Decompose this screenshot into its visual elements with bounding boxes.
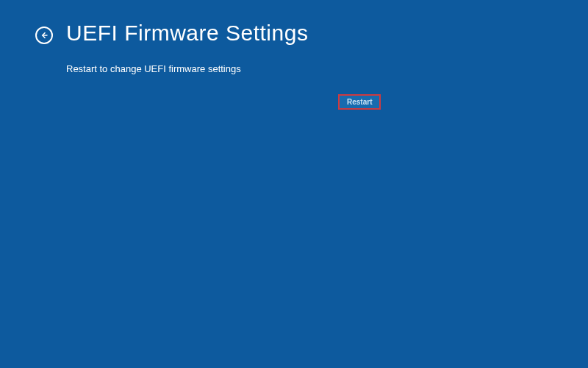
instruction-text: Restart to change UEFI firmware settings <box>0 46 588 74</box>
arrow-left-icon <box>40 31 49 40</box>
page-header: UEFI Firmware Settings <box>0 0 588 46</box>
restart-button[interactable]: Restart <box>338 94 381 110</box>
page-title: UEFI Firmware Settings <box>66 21 308 46</box>
back-button[interactable] <box>35 26 53 44</box>
